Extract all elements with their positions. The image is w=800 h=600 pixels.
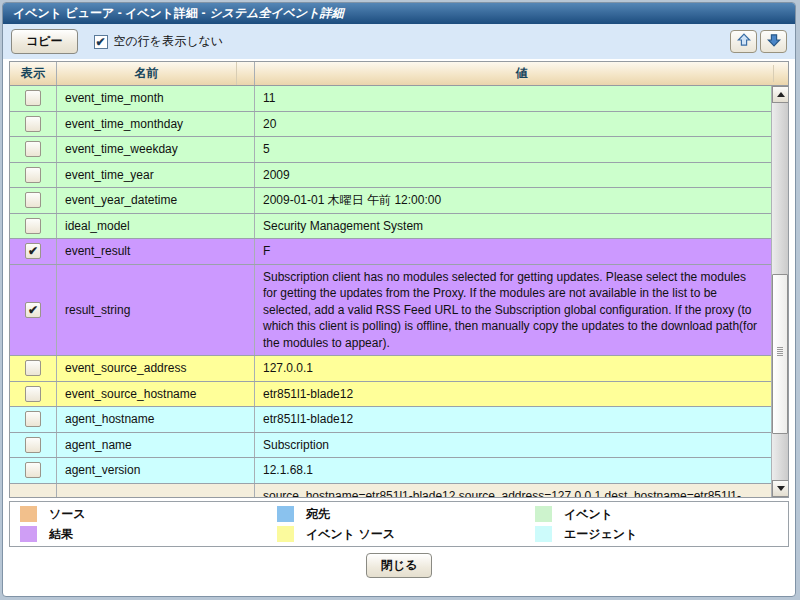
row-checkbox[interactable] [25,462,41,478]
row-checkbox[interactable] [25,116,41,132]
table-row: event_time_monthday20 [10,112,771,138]
row-checkbox[interactable] [25,218,41,234]
table-header: 表示 名前 値 [10,62,788,86]
scroll-up-button[interactable] [772,86,788,103]
header-spacer [237,62,255,85]
row-checkbox[interactable] [25,302,41,318]
table-row: event_time_weekday5 [10,137,771,163]
row-name: event_time_year [57,163,255,188]
row-value: 12.1.68.1 [255,458,771,483]
legend-item-destination: 宛先 [277,506,535,523]
row-name: event_time_weekday [57,137,255,162]
source-color-swatch [20,506,37,522]
table-row: event_source_address127.0.0.1 [10,356,771,382]
legend: ソース 宛先 イベント 結果 イベント ソース エージェント [9,501,789,547]
close-button[interactable]: 閉じる [366,553,433,578]
event-source-color-swatch [277,526,294,542]
table-row: ideal_modelSecurity Management System [10,214,771,240]
toolbar: コピー 空の行を表示しない [3,24,795,59]
row-value: etr851l1-blade12 [255,407,771,432]
table-row: agent_nameSubscription [10,433,771,459]
event-detail-window: イベント ビューア - イベント詳細 -システム全イベント詳細 コピー 空の行を… [2,2,796,597]
copy-button[interactable]: コピー [11,29,78,54]
header-name: 名前 [57,62,237,85]
row-checkbox[interactable] [25,167,41,183]
row-checkbox[interactable] [25,411,41,427]
row-name: event_result [57,239,255,264]
hide-empty-checkbox[interactable] [94,35,108,49]
vertical-scrollbar[interactable] [771,86,788,497]
row-value: F [255,239,771,264]
row-show-cell [10,356,57,381]
table-row: event_year_datetime2009-01-01 木曜日 午前 12:… [10,188,771,214]
table-row: event_time_year2009 [10,163,771,189]
table-row: agent_hostnameetr851l1-blade12 [10,407,771,433]
legend-label: イベント [564,506,613,523]
scrollbar-thumb[interactable] [772,274,788,434]
row-show-cell [10,265,57,356]
row-show-cell [10,433,57,458]
row-value: 20 [255,112,771,137]
row-name: event_time_monthday [57,112,255,137]
legend-item-agent: エージェント [535,526,788,543]
row-checkbox[interactable] [25,141,41,157]
window-title: イベント ビューア - イベント詳細 - [13,6,205,20]
row-value: 11 [255,86,771,111]
header-value: 値 [255,62,788,85]
down-arrow-icon [766,32,782,52]
event-color-swatch [535,506,552,522]
legend-item-source: ソース [20,506,277,523]
table-row: event_time_month11 [10,86,771,112]
table-row: agent_version12.1.68.1 [10,458,771,484]
row-name: raw_event [57,484,255,498]
row-checkbox[interactable] [25,90,41,106]
legend-label: 宛先 [306,506,330,523]
table-rows: event_time_month11event_time_monthday20e… [10,86,771,497]
scroll-down-button[interactable] [772,480,788,497]
title-bar: イベント ビューア - イベント詳細 -システム全イベント詳細 [3,3,795,24]
footer: 閉じる [3,553,795,578]
row-show-cell [10,382,57,407]
row-checkbox[interactable] [25,437,41,453]
row-name: ideal_model [57,214,255,239]
row-value: source_hostname=etr851l1-blade12,source_… [255,484,771,498]
legend-label: 結果 [49,526,73,543]
row-show-cell [10,163,57,188]
row-show-cell [10,407,57,432]
row-value: 127.0.0.1 [255,356,771,381]
row-checkbox[interactable] [25,386,41,402]
row-name: event_year_datetime [57,188,255,213]
row-show-cell [10,484,57,498]
table-row: event_source_hostnameetr851l1-blade12 [10,382,771,408]
row-name: event_source_hostname [57,382,255,407]
previous-event-button[interactable] [730,30,757,53]
row-checkbox[interactable] [25,360,41,376]
table-row: event_resultF [10,239,771,265]
row-name: agent_hostname [57,407,255,432]
row-name: agent_version [57,458,255,483]
row-value: 2009-01-01 木曜日 午前 12:00:00 [255,188,771,213]
up-arrow-icon [736,32,752,52]
row-show-cell [10,214,57,239]
next-event-button[interactable] [760,30,787,53]
row-value: 5 [255,137,771,162]
destination-color-swatch [277,506,294,522]
row-show-cell [10,239,57,264]
row-value: etr851l1-blade12 [255,382,771,407]
row-name: event_time_month [57,86,255,111]
row-checkbox[interactable] [25,192,41,208]
row-name: event_source_address [57,356,255,381]
row-show-cell [10,112,57,137]
row-show-cell [10,458,57,483]
header-show: 表示 [10,62,57,85]
scroll-down-icon [777,486,785,491]
row-show-cell [10,137,57,162]
row-checkbox[interactable] [25,243,41,259]
row-name: result_string [57,265,255,356]
scroll-up-icon [777,92,785,97]
row-show-cell [10,188,57,213]
table-row: raw_eventsource_hostname=etr851l1-blade1… [10,484,771,498]
legend-item-event-source: イベント ソース [277,526,535,543]
table-row: result_stringSubscription client has no … [10,265,771,357]
row-show-cell [10,86,57,111]
